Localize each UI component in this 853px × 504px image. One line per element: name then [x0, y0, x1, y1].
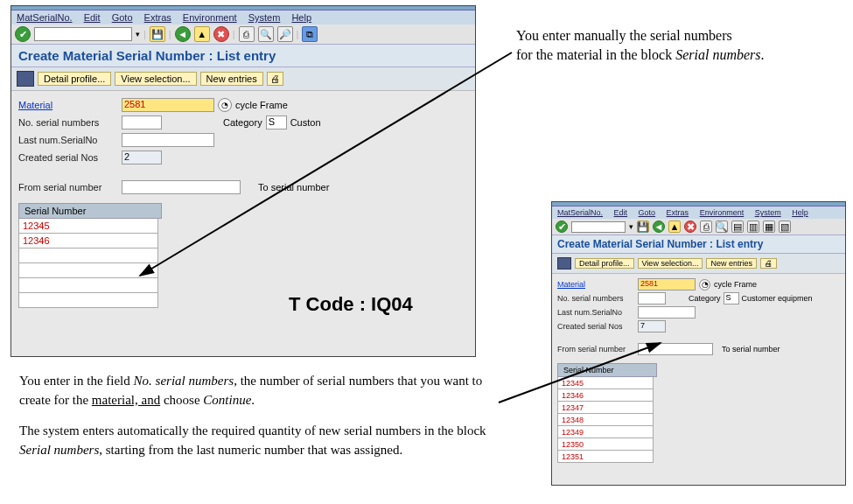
sn-header: Serial Number [557, 363, 657, 377]
menu-item[interactable]: Help [792, 208, 808, 217]
page-icon[interactable]: ▦ [763, 220, 775, 233]
sn-cell[interactable]: 12345 [557, 377, 654, 389]
paragraph-1: You enter in the field No. serial number… [19, 372, 505, 410]
page-title: Create Material Serial Number : List ent… [11, 44, 475, 67]
sn-cell[interactable]: 12346 [18, 234, 158, 248]
sn-cell[interactable]: 12350 [557, 438, 654, 451]
created-label: Created serial Nos [557, 322, 638, 331]
find-icon[interactable]: 🔍 [716, 220, 728, 233]
menu-item[interactable]: Goto [639, 208, 656, 217]
page-icon[interactable]: ▥ [747, 220, 759, 233]
sn-cell[interactable]: 12351 [557, 451, 654, 463]
menu-item[interactable]: Environment [700, 208, 745, 217]
dropdown-icon[interactable]: ▾ [136, 30, 140, 38]
menu-item[interactable]: System [755, 208, 781, 217]
toolbar: ✔ ▾ 💾 ◄ ▲ ✖ ⎙ 🔍 ▤ ▥ ▦ ▧ [552, 219, 845, 234]
print-button[interactable]: 🖨 [760, 258, 777, 269]
sn-cell[interactable] [18, 248, 158, 263]
detail-profile-button[interactable]: Detail profile... [38, 72, 111, 86]
exit-icon[interactable]: ▲ [668, 220, 681, 233]
toolbar: ✔ ▾ | 💾 | ◄ ▲ ✖ | ⎙ 🔍 🔎 | ⧉ [11, 24, 475, 44]
sn-cell[interactable]: 12348 [557, 414, 654, 426]
lastnum-label: Last num.SerialNo [18, 135, 122, 145]
category-field[interactable]: S [724, 292, 739, 304]
no-serial-field[interactable] [638, 292, 666, 304]
findnext-icon[interactable]: 🔎 [277, 26, 293, 42]
menu-item[interactable]: Extras [667, 208, 689, 217]
enter-icon[interactable]: ✔ [556, 220, 568, 233]
new-entries-button[interactable]: New entries [706, 258, 757, 269]
no-serial-field[interactable] [122, 116, 162, 130]
sn-cell[interactable] [18, 263, 158, 278]
exit-icon[interactable]: ▲ [194, 26, 210, 42]
print-icon[interactable]: ⎙ [239, 26, 255, 42]
created-label: Created serial Nos [18, 152, 122, 163]
session-icon[interactable]: ⧉ [302, 26, 318, 42]
category-desc: Customer equipmen [742, 294, 813, 303]
menu-item[interactable]: System [248, 12, 281, 23]
from-sn-field[interactable] [638, 343, 713, 355]
material-desc: cycle Frame [235, 100, 288, 110]
back-icon[interactable]: ◄ [653, 220, 665, 233]
menu-item[interactable]: Environment [183, 12, 237, 23]
print-icon[interactable]: ⎙ [700, 220, 712, 233]
material-field[interactable]: 2581 [638, 278, 696, 290]
page-title: Create Material Serial Number : List ent… [552, 234, 845, 254]
menu-item[interactable]: Extras [144, 12, 171, 23]
sn-cell[interactable]: 12345 [18, 219, 158, 234]
menu-item[interactable]: Edit [84, 12, 101, 23]
menu-item[interactable]: Help [291, 12, 311, 23]
annotation-1: You enter manually the serial numbers fo… [516, 26, 831, 64]
back-icon[interactable]: ◄ [175, 26, 191, 42]
cancel-icon[interactable]: ✖ [684, 220, 696, 233]
view-selection-button[interactable]: View selection... [115, 72, 196, 86]
dropdown-icon[interactable]: ▾ [629, 222, 633, 231]
command-field[interactable] [571, 221, 626, 233]
sn-cell[interactable] [18, 278, 158, 293]
sn-cell[interactable]: 12346 [557, 389, 654, 402]
detail-profile-button[interactable]: Detail profile... [575, 258, 634, 269]
print-button[interactable]: 🖨 [267, 72, 283, 86]
layout-icon[interactable] [17, 71, 34, 87]
menu-item[interactable]: MatSerialNo. [17, 12, 73, 23]
new-entries-button[interactable]: New entries [200, 72, 263, 86]
sn-cell[interactable]: 12349 [557, 426, 654, 438]
layout-icon[interactable] [557, 257, 571, 270]
to-sn-label: To serial number [258, 182, 329, 192]
save-icon[interactable]: 💾 [637, 220, 649, 233]
find-icon[interactable]: 🔍 [258, 26, 274, 42]
menu-item[interactable]: Goto [112, 12, 133, 23]
menu-bar: MatSerialNo. Edit Goto Extras Environmen… [11, 10, 475, 24]
f4-help-icon[interactable]: ◔ [699, 279, 710, 290]
created-field: 2 [122, 150, 162, 164]
lastnum-field[interactable] [122, 133, 214, 147]
sn-cell[interactable] [18, 293, 158, 308]
f4-help-icon[interactable]: ◔ [218, 98, 232, 112]
tcode-label: T Code : IQ04 [289, 293, 413, 316]
cancel-icon[interactable]: ✖ [213, 26, 229, 42]
command-field[interactable] [34, 27, 132, 41]
page-icon[interactable]: ▤ [731, 220, 744, 233]
category-label: Category [223, 117, 262, 128]
save-icon[interactable]: 💾 [150, 26, 165, 42]
to-sn-label: To serial number [722, 345, 780, 354]
serial-number-block: Serial Number 12345 12346 12347 12348 12… [557, 363, 840, 463]
enter-icon[interactable]: ✔ [15, 26, 31, 42]
lastnum-field[interactable] [638, 306, 696, 318]
no-serial-label: No. serial numbers [18, 117, 122, 128]
sap-window-2: MatSerialNo. Edit Goto Extras Environmen… [551, 201, 846, 486]
menu-item[interactable]: MatSerialNo. [557, 208, 603, 217]
page-icon[interactable]: ▧ [779, 220, 791, 233]
menu-item[interactable]: Edit [614, 208, 628, 217]
serial-number-block: Serial Number 12345 12346 [18, 203, 468, 308]
menu-bar: MatSerialNo. Edit Goto Extras Environmen… [552, 206, 845, 219]
from-sn-label: From serial number [557, 345, 638, 354]
material-field[interactable]: 2581 [122, 98, 214, 112]
from-sn-field[interactable] [122, 180, 241, 194]
sn-cell[interactable]: 12347 [557, 402, 654, 414]
view-selection-button[interactable]: View selection... [638, 258, 703, 269]
form-area: Material 2581 ◔ cycle Frame No. serial n… [552, 274, 845, 466]
category-field[interactable]: S [266, 116, 287, 130]
category-desc: Custon [290, 117, 321, 128]
button-row: Detail profile... View selection... New … [11, 67, 475, 91]
